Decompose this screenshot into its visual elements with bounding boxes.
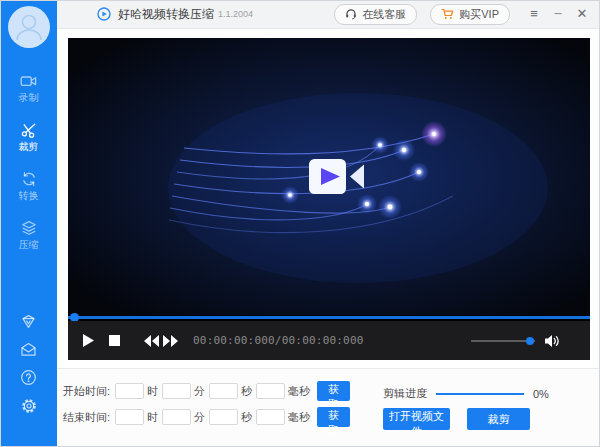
ms-unit-label: 毫秒 xyxy=(288,410,310,425)
stop-button[interactable] xyxy=(109,335,120,346)
open-video-file-button[interactable]: 打开视频文件 xyxy=(383,408,450,430)
hour-unit-label: 时 xyxy=(147,410,158,425)
get-end-time-button[interactable]: 获取 xyxy=(317,407,350,427)
volume-control xyxy=(471,334,560,348)
app-title: 好哈视频转换压缩 xyxy=(118,6,214,23)
headset-icon xyxy=(345,8,357,20)
sidebar-item-record[interactable]: 录制 xyxy=(0,73,57,105)
settings-gear-icon[interactable] xyxy=(20,397,38,414)
second-unit-label: 秒 xyxy=(241,384,252,399)
minute-unit-label: 分 xyxy=(194,410,205,425)
online-support-button[interactable]: 在线客服 xyxy=(334,4,417,25)
minimize-button[interactable]: ─ xyxy=(546,0,570,28)
menu-button[interactable]: ≡ xyxy=(522,0,546,28)
video-preview-canvas xyxy=(68,38,590,315)
close-button[interactable]: ✕ xyxy=(570,0,594,28)
person-icon xyxy=(8,6,50,48)
ms-unit-label: 毫秒 xyxy=(288,384,310,399)
record-camera-icon xyxy=(20,73,37,89)
end-time-label: 结束时间: xyxy=(63,410,115,425)
app-version: 1.1.2004 xyxy=(218,9,253,19)
volume-slider[interactable] xyxy=(471,340,535,342)
sidebar-item-compress[interactable]: 压缩 xyxy=(0,220,57,252)
titlebar-actions: 在线客服 购买VIP ≡ ─ ✕ xyxy=(321,0,600,28)
sidebar-item-label: 转换 xyxy=(19,189,39,203)
online-support-label: 在线客服 xyxy=(362,7,406,22)
sidebar-item-trim[interactable]: 裁剪 xyxy=(0,122,57,154)
sidebar: 录制 裁剪 转换 xyxy=(0,0,57,447)
trim-progress-row: 剪辑进度 0% xyxy=(383,386,549,401)
end-time-row: 结束时间: 时 分 秒 毫秒 获取 xyxy=(63,407,350,427)
fast-forward-button[interactable] xyxy=(163,335,178,347)
layers-icon xyxy=(21,220,37,236)
app-window: 录制 裁剪 转换 xyxy=(0,0,600,447)
volume-thumb[interactable] xyxy=(526,337,534,345)
player-controls: 00:00:00:000/00:00:00:000 xyxy=(68,321,590,360)
buy-vip-label: 购买VIP xyxy=(459,7,499,22)
start-hour-input[interactable] xyxy=(115,383,144,399)
start-ms-input[interactable] xyxy=(256,383,285,399)
time-display: 00:00:00:000/00:00:00:000 xyxy=(193,334,364,347)
help-icon[interactable] xyxy=(20,369,37,386)
convert-arrows-icon xyxy=(21,171,37,187)
end-hour-input[interactable] xyxy=(115,409,144,425)
sidebar-bottom-icons xyxy=(0,313,57,414)
mailbox-icon[interactable] xyxy=(20,341,37,358)
get-start-time-button[interactable]: 获取 xyxy=(317,381,350,401)
start-time-row: 开始时间: 时 分 秒 毫秒 获取 xyxy=(63,381,350,401)
trim-progress-label: 剪辑进度 xyxy=(383,386,427,401)
scissors-icon xyxy=(21,122,37,138)
sidebar-item-label: 压缩 xyxy=(19,238,39,252)
end-minute-input[interactable] xyxy=(162,409,191,425)
titlebar: 好哈视频转换压缩 1.1.2004 在线客服 购买VIP xyxy=(57,0,600,29)
start-time-label: 开始时间: xyxy=(63,384,115,399)
sidebar-item-label: 裁剪 xyxy=(19,140,39,154)
sidebar-nav: 录制 裁剪 转换 xyxy=(0,73,57,269)
trim-panel: 开始时间: 时 分 秒 毫秒 获取 结束时间: 时 分 秒 毫秒 获取 剪辑进度 xyxy=(57,369,600,447)
seek-track xyxy=(68,316,590,319)
start-minute-input[interactable] xyxy=(162,383,191,399)
trim-progress-value: 0% xyxy=(533,388,549,400)
buy-vip-button[interactable]: 购买VIP xyxy=(430,4,510,25)
trim-action-button[interactable]: 裁剪 xyxy=(467,408,530,430)
minute-unit-label: 分 xyxy=(194,384,205,399)
video-player: 00:00:00:000/00:00:00:000 xyxy=(68,38,590,360)
play-button[interactable] xyxy=(83,334,94,347)
vip-diamond-icon[interactable] xyxy=(20,313,37,330)
end-second-input[interactable] xyxy=(209,409,238,425)
speaker-icon[interactable] xyxy=(544,334,560,348)
sidebar-item-label: 录制 xyxy=(19,91,39,105)
user-avatar[interactable] xyxy=(8,6,50,48)
cart-icon xyxy=(441,8,454,20)
second-unit-label: 秒 xyxy=(241,410,252,425)
rewind-button[interactable] xyxy=(144,335,159,347)
app-logo-icon xyxy=(97,7,111,21)
sidebar-item-convert[interactable]: 转换 xyxy=(0,171,57,203)
start-second-input[interactable] xyxy=(209,383,238,399)
hour-unit-label: 时 xyxy=(147,384,158,399)
end-ms-input[interactable] xyxy=(256,409,285,425)
trim-progress-bar xyxy=(436,393,524,395)
